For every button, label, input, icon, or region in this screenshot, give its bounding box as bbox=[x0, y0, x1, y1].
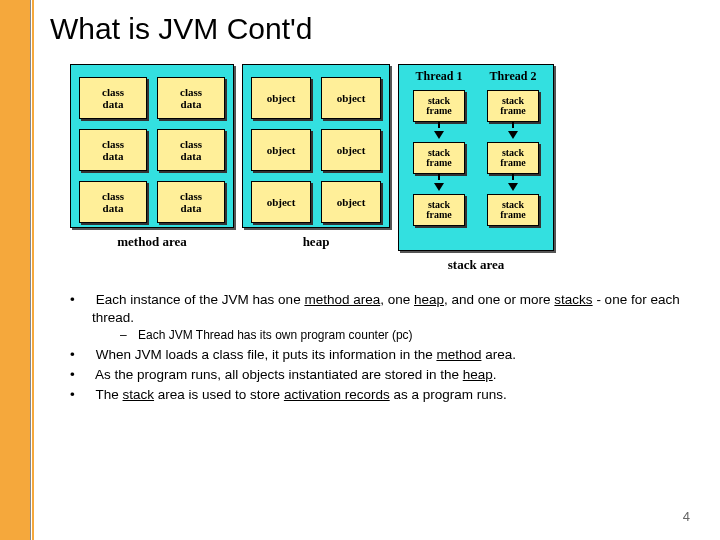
class-data-cell: class data bbox=[79, 129, 147, 171]
stack-frame: stack frame bbox=[487, 142, 539, 174]
thread2-header: Thread 2 bbox=[481, 69, 545, 84]
object-cell: object bbox=[321, 129, 381, 171]
object-cell: object bbox=[321, 77, 381, 119]
slide-title: What is JVM Cont'd bbox=[50, 12, 700, 46]
bullet-4: The stack area is used to store activati… bbox=[70, 386, 700, 404]
stack-frame: stack frame bbox=[413, 194, 465, 226]
arrow-icon bbox=[434, 131, 444, 139]
stack-frame-cell: stack frame bbox=[481, 194, 545, 246]
arrow-icon bbox=[438, 122, 440, 128]
underline-term: stack bbox=[123, 387, 155, 402]
underline-term: stacks bbox=[554, 292, 592, 307]
class-data-cell: class data bbox=[79, 181, 147, 223]
object-cell: object bbox=[321, 181, 381, 223]
class-data-cell: class data bbox=[157, 129, 225, 171]
underline-term: activation records bbox=[284, 387, 390, 402]
class-data-cell: class data bbox=[157, 181, 225, 223]
thread1-header: Thread 1 bbox=[407, 69, 471, 84]
method-area-panel: class data class data class data class d… bbox=[70, 64, 234, 273]
stack-frame: stack frame bbox=[413, 142, 465, 174]
stack-frame: stack frame bbox=[487, 90, 539, 122]
arrow-icon bbox=[438, 174, 440, 180]
bullet-list: Each instance of the JVM has one method … bbox=[70, 291, 700, 404]
bullet-2: When JVM loads a class file, it puts its… bbox=[70, 346, 700, 364]
object-cell: object bbox=[251, 77, 311, 119]
bullet-3: As the program runs, all objects instant… bbox=[70, 366, 700, 384]
stack-area-panel: Thread 1 Thread 2 stack frame stack fram… bbox=[398, 64, 554, 273]
underline-term: heap bbox=[463, 367, 493, 382]
arrow-icon bbox=[508, 183, 518, 191]
class-data-cell: class data bbox=[79, 77, 147, 119]
stack-frame-cell: stack frame bbox=[407, 194, 471, 246]
stack-frame-cell: stack frame bbox=[481, 90, 545, 142]
stack-frame-cell: stack frame bbox=[407, 90, 471, 142]
arrow-icon bbox=[508, 131, 518, 139]
stack-frame: stack frame bbox=[487, 194, 539, 226]
slide-accent-bar bbox=[0, 0, 34, 540]
jvm-diagram: class data class data class data class d… bbox=[70, 64, 700, 273]
object-cell: object bbox=[251, 181, 311, 223]
page-number: 4 bbox=[683, 509, 690, 524]
heap-panel: object object object object object objec… bbox=[242, 64, 390, 273]
arrow-icon bbox=[434, 183, 444, 191]
stack-area-label: stack area bbox=[398, 251, 554, 273]
underline-term: method area bbox=[304, 292, 380, 307]
slide-content: What is JVM Cont'd class data class data… bbox=[50, 12, 700, 406]
object-cell: object bbox=[251, 129, 311, 171]
stack-frame: stack frame bbox=[413, 90, 465, 122]
class-data-cell: class data bbox=[157, 77, 225, 119]
bullet-1: Each instance of the JVM has one method … bbox=[70, 291, 700, 344]
underline-term: method bbox=[436, 347, 481, 362]
stack-frame-cell: stack frame bbox=[481, 142, 545, 194]
arrow-icon bbox=[512, 174, 514, 180]
heap-label: heap bbox=[242, 228, 390, 250]
arrow-icon bbox=[512, 122, 514, 128]
method-area-label: method area bbox=[70, 228, 234, 250]
underline-term: heap bbox=[414, 292, 444, 307]
stack-frame-cell: stack frame bbox=[407, 142, 471, 194]
sub-bullet-1: Each JVM Thread has its own program coun… bbox=[120, 327, 700, 343]
